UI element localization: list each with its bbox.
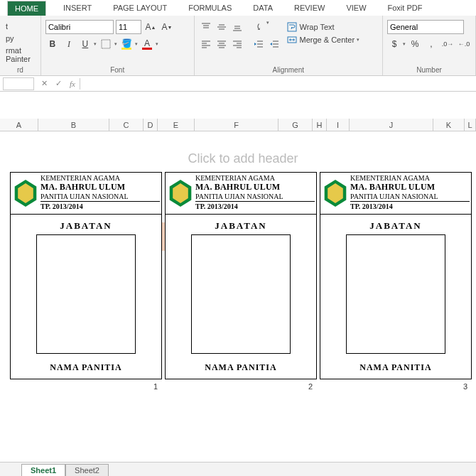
chevron-down-icon[interactable]: ▾ bbox=[403, 41, 406, 47]
photo-placeholder bbox=[36, 234, 136, 354]
decrease-decimal-icon[interactable]: ←.0 bbox=[457, 37, 471, 51]
orientation-button[interactable]: ⤹ bbox=[251, 20, 266, 34]
increase-indent-icon[interactable] bbox=[267, 37, 281, 51]
card-line1: KEMENTERIAN AGAMA bbox=[350, 174, 470, 182]
increase-font-icon[interactable]: A▲ bbox=[144, 20, 158, 34]
card-jabatan: JABATAN bbox=[11, 215, 161, 234]
chevron-down-icon[interactable]: ▾ bbox=[114, 41, 117, 47]
svg-marker-27 bbox=[270, 43, 272, 45]
chevron-down-icon[interactable]: ▾ bbox=[156, 41, 158, 47]
page-header-placeholder[interactable]: Click to add header bbox=[10, 139, 476, 172]
column-header[interactable]: E bbox=[158, 119, 195, 131]
group-label-number: Number bbox=[387, 65, 471, 75]
card-jabatan: JABATAN bbox=[320, 215, 471, 234]
chevron-down-icon[interactable]: ▾ bbox=[266, 20, 269, 34]
column-header[interactable]: C bbox=[109, 119, 144, 131]
photo-placeholder bbox=[346, 234, 445, 354]
align-middle-icon[interactable] bbox=[215, 20, 229, 34]
tab-formulas[interactable]: FORMULAS bbox=[184, 1, 236, 14]
tab-home[interactable]: HOME bbox=[7, 1, 46, 16]
decrease-font-icon[interactable]: A▼ bbox=[160, 20, 174, 34]
align-right-icon[interactable] bbox=[230, 37, 244, 51]
borders-button[interactable] bbox=[99, 37, 113, 51]
italic-button[interactable]: I bbox=[62, 37, 76, 51]
group-alignment: ⤹▾ Wrap Text Merge & Cen bbox=[195, 16, 384, 75]
ministry-logo-icon bbox=[320, 173, 350, 214]
card-jabatan: JABATAN bbox=[166, 215, 316, 234]
tab-review[interactable]: REVIEW bbox=[290, 1, 329, 14]
align-top-icon[interactable] bbox=[199, 20, 213, 34]
underline-button[interactable]: U bbox=[78, 37, 92, 51]
svg-marker-33 bbox=[289, 38, 291, 41]
fx-icon[interactable]: fx bbox=[65, 80, 80, 88]
tab-view[interactable]: VIEW bbox=[342, 1, 370, 14]
chevron-down-icon[interactable]: ▾ bbox=[357, 37, 359, 43]
merge-center-button[interactable]: Merge & Center ▾ bbox=[284, 34, 363, 45]
column-header[interactable]: L bbox=[465, 119, 476, 131]
wrap-text-label: Wrap Text bbox=[300, 23, 335, 31]
column-header[interactable]: G bbox=[278, 119, 313, 131]
card-line1: KEMENTERIAN AGAMA bbox=[195, 174, 315, 182]
ribbon: t py rmat Painter rd A▲ A▼ B I U▾ ▾ bbox=[0, 16, 476, 76]
enter-formula-icon[interactable]: ✓ bbox=[51, 79, 65, 88]
sheet-tab-2[interactable]: Sheet2 bbox=[65, 464, 109, 476]
tab-insert[interactable]: INSERT bbox=[59, 1, 96, 14]
font-name-select[interactable] bbox=[45, 20, 114, 34]
tab-page-layout[interactable]: PAGE LAYOUT bbox=[109, 1, 171, 14]
bold-button[interactable]: B bbox=[45, 37, 60, 51]
currency-button[interactable]: $ bbox=[387, 37, 401, 51]
card-line3: PANITIA UJIAN NASIONAL bbox=[195, 193, 315, 200]
sheet-tab-1[interactable]: Sheet1 bbox=[21, 464, 65, 476]
svg-marker-34 bbox=[293, 38, 295, 41]
cut-button[interactable]: t bbox=[4, 21, 36, 31]
column-header[interactable]: A bbox=[0, 119, 38, 131]
decrease-indent-icon[interactable] bbox=[251, 37, 266, 51]
formula-bar: ✕ ✓ fx bbox=[0, 76, 476, 92]
cancel-formula-icon[interactable]: ✕ bbox=[37, 79, 51, 88]
card-line2: MA. BAHRUL ULUM bbox=[40, 182, 160, 193]
group-label-font: Font bbox=[45, 65, 190, 75]
font-size-select[interactable] bbox=[116, 20, 141, 34]
comma-button[interactable]: , bbox=[424, 37, 438, 51]
merge-center-label: Merge & Center bbox=[300, 36, 355, 44]
merge-icon bbox=[287, 35, 297, 45]
align-bottom-icon[interactable] bbox=[230, 20, 244, 34]
fill-color-button[interactable]: 🪣 bbox=[119, 37, 134, 51]
column-headers: ABCDEFGHIJKL bbox=[0, 119, 476, 131]
chevron-down-icon[interactable]: ▾ bbox=[135, 41, 138, 47]
group-clipboard: t py rmat Painter rd bbox=[0, 16, 41, 75]
column-header[interactable]: K bbox=[433, 119, 465, 131]
tab-foxit-pdf[interactable]: Foxit PDF bbox=[384, 1, 427, 14]
card-line1: KEMENTERIAN AGAMA bbox=[40, 174, 160, 182]
percent-button[interactable]: % bbox=[408, 37, 422, 51]
formula-input[interactable] bbox=[80, 77, 476, 90]
group-font: A▲ A▼ B I U▾ ▾ 🪣▾ A▾ Font bbox=[41, 16, 195, 75]
copy-button[interactable]: py bbox=[4, 33, 36, 43]
photo-placeholder bbox=[191, 234, 291, 354]
column-header[interactable]: I bbox=[327, 119, 350, 131]
wrap-text-icon bbox=[287, 22, 297, 32]
chevron-down-icon[interactable]: ▾ bbox=[94, 41, 97, 47]
increase-decimal-icon[interactable]: .0→ bbox=[440, 37, 455, 51]
wrap-text-button[interactable]: Wrap Text bbox=[284, 21, 363, 33]
group-label-clipboard: rd bbox=[4, 65, 36, 75]
number-format-select[interactable] bbox=[387, 20, 464, 34]
column-header[interactable]: J bbox=[350, 119, 433, 131]
card-number: 3 bbox=[320, 379, 472, 391]
svg-rect-0 bbox=[102, 40, 110, 48]
align-center-icon[interactable] bbox=[215, 37, 229, 51]
group-label-alignment: Alignment bbox=[199, 65, 379, 75]
worksheet-area[interactable]: Click to add header satulupa KEMENTERIAN… bbox=[0, 131, 476, 458]
tab-data[interactable]: DATA bbox=[249, 1, 277, 14]
name-box[interactable] bbox=[3, 77, 34, 90]
align-left-icon[interactable] bbox=[199, 37, 213, 51]
column-header[interactable]: H bbox=[313, 119, 327, 131]
card-nama: NAMA PANITIA bbox=[166, 358, 316, 379]
group-number: $▾ % , .0→ ←.0 Number bbox=[383, 16, 476, 75]
column-header[interactable]: D bbox=[144, 119, 158, 131]
column-header[interactable]: F bbox=[195, 119, 278, 131]
column-header[interactable]: B bbox=[38, 119, 109, 131]
format-painter-button[interactable]: rmat Painter bbox=[4, 45, 36, 64]
card-number: 2 bbox=[165, 379, 317, 391]
font-color-button[interactable]: A bbox=[140, 37, 154, 51]
